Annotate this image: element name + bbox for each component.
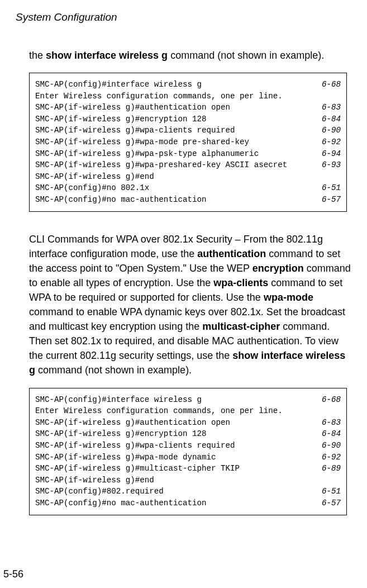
cli-line: SMC-AP(if-wireless g)#wpa-preshared-key … xyxy=(35,159,341,171)
page-number: 5-56 xyxy=(3,568,23,580)
cli-reference: 6-84 xyxy=(318,113,341,125)
cli-command: SMC-AP(config)#interface wireless g xyxy=(35,394,202,406)
cli-command: SMC-AP(config)#802.required xyxy=(35,486,164,497)
cli-line: SMC-AP(if-wireless g)#wpa-clients requir… xyxy=(35,440,341,452)
cli-command: Enter Wireless configuration commands, o… xyxy=(35,91,283,102)
cli-reference: 6-89 xyxy=(318,463,341,475)
cli-command: SMC-AP(if-wireless g)#multicast-cipher T… xyxy=(35,463,240,475)
cli-reference: 6-57 xyxy=(318,497,341,509)
cli-command: SMC-AP(config)#no 802.1x xyxy=(35,182,149,194)
page-number-text: 5-56 xyxy=(3,568,23,580)
cli-command: SMC-AP(if-wireless g)#encryption 128 xyxy=(35,113,207,125)
cli-line: SMC-AP(if-wireless g)#wpa-clients requir… xyxy=(35,125,341,136)
cli-line: SMC-AP(config)#interface wireless g6-68 xyxy=(35,79,341,91)
intro-bold: show interface wireless g xyxy=(46,50,168,61)
cli-command: SMC-AP(if-wireless g)#wpa-clients requir… xyxy=(35,125,235,136)
page-container: System Configuration the show interface … xyxy=(0,0,367,588)
intro-suffix: command (not shown in example). xyxy=(168,50,324,61)
cli-line: SMC-AP(config)#no 802.1x6-51 xyxy=(35,182,341,194)
intro-prefix: the xyxy=(29,50,46,61)
cli-reference: 6-57 xyxy=(318,194,341,206)
p2-b1: authentication xyxy=(197,248,266,259)
cli-block-1: SMC-AP(config)#interface wireless g6-68E… xyxy=(29,73,347,212)
cli-line: SMC-AP(if-wireless g)#end xyxy=(35,475,341,486)
cli-reference: 6-90 xyxy=(318,440,341,452)
cli-line: SMC-AP(if-wireless g)#multicast-cipher T… xyxy=(35,463,341,475)
cli-reference: 6-83 xyxy=(318,102,341,113)
cli-command: SMC-AP(config)#interface wireless g xyxy=(35,79,202,91)
cli-command: SMC-AP(config)#no mac-authentication xyxy=(35,194,207,206)
cli-line: SMC-AP(if-wireless g)#wpa-psk-type alpha… xyxy=(35,148,341,160)
cli-line: Enter Wireless configuration commands, o… xyxy=(35,405,341,417)
cli-line: SMC-AP(config)#no mac-authentication6-57 xyxy=(35,194,341,206)
page-header: System Configuration xyxy=(16,11,351,23)
cli-command: SMC-AP(if-wireless g)#authentication ope… xyxy=(35,417,230,429)
p2-b2: encryption xyxy=(252,263,304,274)
cli-command: SMC-AP(if-wireless g)#authentication ope… xyxy=(35,102,230,113)
cli-reference: 6-90 xyxy=(318,125,341,136)
cli-reference: 6-93 xyxy=(318,159,341,171)
cli-reference: 6-92 xyxy=(318,136,341,148)
cli-reference: 6-51 xyxy=(318,486,341,497)
cli-line: SMC-AP(if-wireless g)#wpa-mode dynamic6-… xyxy=(35,452,341,463)
cli-command: Enter Wireless configuration commands, o… xyxy=(35,405,283,417)
intro-paragraph: the show interface wireless g command (n… xyxy=(29,48,351,63)
p2-t7: command (not shown in example). xyxy=(35,364,192,376)
p2-b5: multicast-cipher xyxy=(202,321,280,332)
header-title: System Configuration xyxy=(16,11,117,23)
cli-command: SMC-AP(if-wireless g)#wpa-mode dynamic xyxy=(35,452,216,463)
cli-block-2: SMC-AP(config)#interface wireless g6-68E… xyxy=(29,388,347,515)
cli-command: SMC-AP(if-wireless g)#wpa-psk-type alpha… xyxy=(35,148,259,160)
cli-reference: 6-68 xyxy=(318,394,341,406)
cli-reference: 6-92 xyxy=(318,452,341,463)
cli-line: SMC-AP(if-wireless g)#encryption 1286-84 xyxy=(35,428,341,440)
cli-line: SMC-AP(config)#interface wireless g6-68 xyxy=(35,394,341,406)
paragraph-2: CLI Commands for WPA over 802.1x Securit… xyxy=(29,232,351,378)
cli-command: SMC-AP(config)#no mac-authentication xyxy=(35,497,207,509)
cli-command: SMC-AP(if-wireless g)#end xyxy=(35,475,154,486)
cli-command: SMC-AP(if-wireless g)#end xyxy=(35,171,154,183)
cli-line: SMC-AP(config)#no mac-authentication6-57 xyxy=(35,497,341,509)
cli-command: SMC-AP(if-wireless g)#wpa-mode pre-share… xyxy=(35,136,249,148)
cli-line: SMC-AP(if-wireless g)#wpa-mode pre-share… xyxy=(35,136,341,148)
cli-line: SMC-AP(if-wireless g)#authentication ope… xyxy=(35,102,341,113)
cli-line: SMC-AP(if-wireless g)#authentication ope… xyxy=(35,417,341,429)
cli-reference: 6-68 xyxy=(318,79,341,91)
cli-line: SMC-AP(if-wireless g)#encryption 1286-84 xyxy=(35,113,341,125)
cli-reference: 6-83 xyxy=(318,417,341,429)
p2-b4: wpa-mode xyxy=(264,292,313,303)
cli-reference: 6-94 xyxy=(318,148,341,160)
cli-command: SMC-AP(if-wireless g)#encryption 128 xyxy=(35,428,207,440)
cli-line: Enter Wireless configuration commands, o… xyxy=(35,91,341,102)
cli-command: SMC-AP(if-wireless g)#wpa-clients requir… xyxy=(35,440,235,452)
cli-command: SMC-AP(if-wireless g)#wpa-preshared-key … xyxy=(35,159,287,171)
p2-b3: wpa-clients xyxy=(213,277,268,288)
cli-line: SMC-AP(if-wireless g)#end xyxy=(35,171,341,183)
cli-reference: 6-84 xyxy=(318,428,341,440)
cli-reference: 6-51 xyxy=(318,182,341,194)
cli-line: SMC-AP(config)#802.required6-51 xyxy=(35,486,341,497)
